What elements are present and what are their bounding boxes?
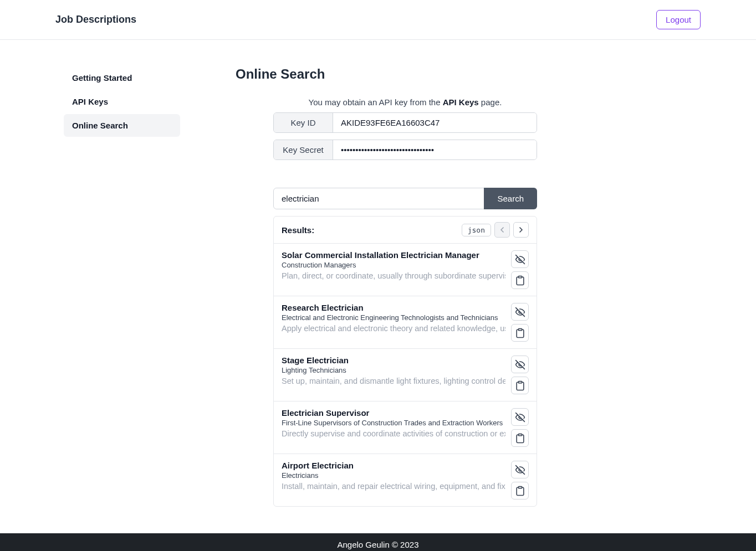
hide-result-button[interactable]	[511, 250, 529, 268]
result-body: Electrician SupervisorFirst-Line Supervi…	[282, 408, 505, 447]
chevron-right-icon	[517, 225, 525, 234]
key-id-label: Key ID	[274, 113, 333, 132]
sidebar-item-online-search[interactable]: Online Search	[64, 114, 180, 137]
search-button[interactable]: Search	[484, 188, 537, 209]
key-secret-label: Key Secret	[274, 140, 333, 159]
clipboard-icon	[515, 275, 525, 286]
hide-result-button[interactable]	[511, 356, 529, 373]
eye-off-icon	[515, 359, 525, 370]
result-actions	[511, 461, 529, 499]
footer-text: Angelo Geulin © 2023	[338, 540, 419, 549]
chevron-left-icon	[498, 225, 507, 234]
key-secret-input[interactable]	[333, 140, 537, 159]
prev-page-button[interactable]	[494, 222, 510, 238]
key-id-group: Key ID	[273, 112, 537, 133]
result-title: Stage Electrician	[282, 356, 505, 365]
copy-result-button[interactable]	[511, 377, 529, 394]
key-id-input[interactable]	[333, 113, 537, 132]
hide-result-button[interactable]	[511, 461, 529, 478]
result-description: Plan, direct, or coordinate, usually thr…	[282, 271, 505, 280]
clipboard-icon	[515, 486, 525, 496]
eye-off-icon	[515, 465, 525, 475]
result-category: First-Line Supervisors of Construction T…	[282, 419, 505, 427]
result-actions	[511, 250, 529, 289]
next-page-button[interactable]	[513, 222, 529, 238]
result-item: Research ElectricianElectrical and Elect…	[274, 296, 537, 349]
result-title: Solar Commercial Installation Electricia…	[282, 250, 505, 260]
result-title: Research Electrician	[282, 303, 505, 312]
results-header: Results: json	[274, 217, 537, 244]
footer: Angelo Geulin © 2023	[0, 533, 756, 551]
copy-result-button[interactable]	[511, 482, 529, 499]
key-block: You may obtain an API key from the API K…	[273, 97, 537, 160]
result-description: Apply electrical and electronic theory a…	[282, 324, 505, 333]
results-list: Solar Commercial Installation Electricia…	[274, 244, 537, 506]
clipboard-icon	[515, 328, 525, 338]
svg-rect-1	[518, 276, 522, 277]
sidebar-item-label: Getting Started	[72, 73, 132, 83]
logout-button[interactable]: Logout	[656, 10, 701, 29]
result-item: Stage ElectricianLighting TechniciansSet…	[274, 349, 537, 401]
key-secret-group: Key Secret	[273, 140, 537, 160]
result-actions	[511, 356, 529, 394]
hide-result-button[interactable]	[511, 408, 529, 426]
hide-result-button[interactable]	[511, 303, 529, 321]
search-input[interactable]	[274, 188, 484, 209]
json-badge[interactable]: json	[462, 224, 491, 236]
info-link[interactable]: API Keys	[443, 97, 479, 107]
copy-result-button[interactable]	[511, 271, 529, 289]
sidebar-item-getting-started[interactable]: Getting Started	[64, 66, 180, 89]
result-body: Airport ElectricianElectriciansInstall, …	[282, 461, 505, 499]
sidebar-item-label: Online Search	[72, 121, 128, 130]
sidebar-item-label: API Keys	[72, 97, 108, 106]
result-body: Stage ElectricianLighting TechniciansSet…	[282, 356, 505, 394]
result-category: Electricians	[282, 471, 505, 480]
result-item: Solar Commercial Installation Electricia…	[274, 244, 537, 296]
svg-rect-5	[518, 381, 522, 383]
copy-result-button[interactable]	[511, 429, 529, 447]
header: Job Descriptions Logout	[0, 0, 756, 40]
app-title: Job Descriptions	[55, 14, 136, 25]
eye-off-icon	[515, 412, 525, 423]
copy-result-button[interactable]	[511, 324, 529, 342]
result-description: Directly supervise and coordinate activi…	[282, 429, 505, 438]
page-title: Online Search	[236, 66, 575, 82]
result-category: Construction Managers	[282, 261, 505, 269]
info-prefix: You may obtain an API key from the	[309, 97, 443, 107]
result-title: Electrician Supervisor	[282, 408, 505, 418]
result-body: Research ElectricianElectrical and Elect…	[282, 303, 505, 342]
info-suffix: page.	[479, 97, 502, 107]
info-text: You may obtain an API key from the API K…	[273, 97, 537, 107]
result-description: Install, maintain, and repair electrical…	[282, 482, 505, 491]
results-panel: Results: json Solar Commercial Installat…	[273, 216, 537, 507]
results-label: Results:	[282, 225, 314, 235]
svg-rect-7	[518, 434, 522, 435]
content: Online Search You may obtain an API key …	[236, 66, 575, 507]
result-description: Set up, maintain, and dismantle light fi…	[282, 377, 505, 385]
results-controls: json	[462, 222, 529, 238]
svg-rect-9	[518, 486, 522, 488]
result-item: Electrician SupervisorFirst-Line Supervi…	[274, 401, 537, 454]
result-body: Solar Commercial Installation Electricia…	[282, 250, 505, 289]
sidebar-item-api-keys[interactable]: API Keys	[64, 90, 180, 113]
result-category: Lighting Technicians	[282, 366, 505, 374]
result-item: Airport ElectricianElectriciansInstall, …	[274, 454, 537, 506]
result-actions	[511, 408, 529, 447]
eye-off-icon	[515, 254, 525, 265]
main: Getting Started API Keys Online Search O…	[0, 40, 756, 533]
eye-off-icon	[515, 307, 525, 317]
result-title: Airport Electrician	[282, 461, 505, 470]
clipboard-icon	[515, 380, 525, 391]
clipboard-icon	[515, 433, 525, 444]
search-bar: Search	[273, 188, 537, 209]
result-actions	[511, 303, 529, 342]
sidebar: Getting Started API Keys Online Search	[64, 66, 180, 507]
svg-rect-3	[518, 328, 522, 330]
result-category: Electrical and Electronic Engineering Te…	[282, 313, 505, 322]
